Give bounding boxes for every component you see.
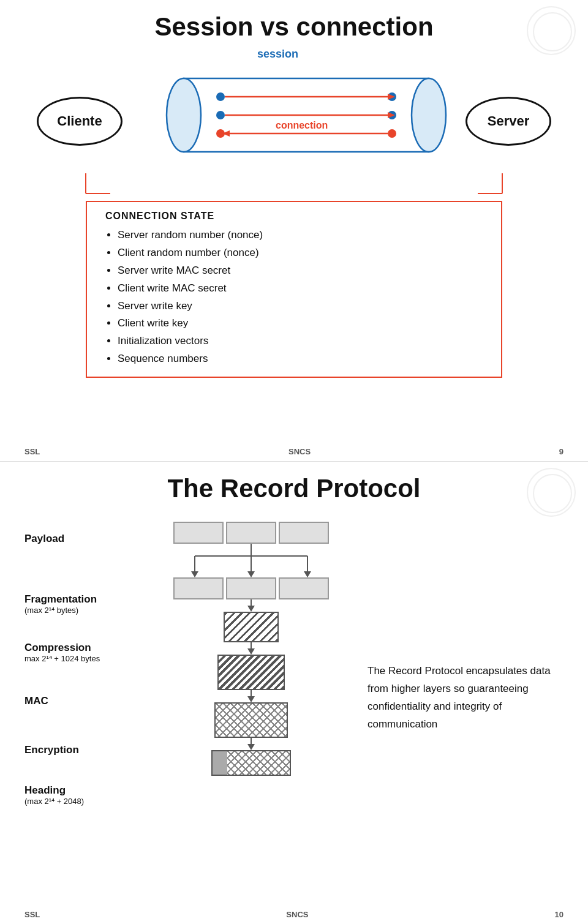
svg-text:connection: connection <box>276 120 328 130</box>
list-item: Client random number (nonce) <box>118 244 489 262</box>
list-item: Server write MAC secret <box>118 262 489 280</box>
svg-marker-25 <box>247 571 255 577</box>
payload-label-row: Payload <box>24 522 159 556</box>
arrow-enc-head <box>245 738 257 750</box>
session-diagram: session Cliente Server <box>24 48 564 195</box>
server-label: Server <box>488 113 530 129</box>
heading-label: Heading <box>24 784 159 797</box>
payload-block-2 <box>226 522 276 544</box>
heading-block <box>211 750 291 776</box>
compression-block <box>224 612 279 642</box>
record-description: The Record Protocol encapsulates data fr… <box>368 665 551 730</box>
slide-2: The Record Protocol Payload Fragmentatio… <box>0 462 588 924</box>
slide-1-title: Session vs connection <box>24 12 564 42</box>
encryption-block <box>214 702 288 738</box>
list-item: Sequence numbers <box>118 350 489 368</box>
compression-label: Compression <box>24 642 159 654</box>
svg-marker-33 <box>247 696 255 702</box>
payload-block-3 <box>279 522 329 544</box>
footer-right: 9 <box>559 447 564 456</box>
compression-label-row: Compression max 2¹⁴ + 1024 bytes <box>24 631 159 674</box>
svg-point-8 <box>388 129 396 138</box>
svg-point-5 <box>216 111 225 119</box>
list-item: Client write MAC secret <box>118 280 489 298</box>
svg-point-1 <box>167 78 201 152</box>
encryption-label: Encryption <box>24 744 79 756</box>
slide-2-footer: SSL SNCS 10 <box>0 910 588 919</box>
record-labels: Payload Fragmentation (max 2¹⁴ bytes) Co… <box>24 522 159 812</box>
cliente-label: Cliente <box>57 113 102 129</box>
slide-1-footer: SSL SNCS 9 <box>0 447 588 456</box>
svg-marker-23 <box>191 571 198 577</box>
list-item: Server write key <box>118 298 489 315</box>
heading-label-row: Heading (max 2¹⁴ + 2048) <box>24 778 159 812</box>
mac-label: MAC <box>24 695 48 707</box>
frag-block-2 <box>226 577 276 599</box>
svg-marker-29 <box>247 606 255 612</box>
cylinder-area: connection <box>159 60 453 170</box>
svg-point-3 <box>216 92 225 101</box>
frag-blocks <box>173 577 329 599</box>
server-oval: Server <box>466 97 551 146</box>
footer-right-2: 10 <box>555 910 564 919</box>
encryption-label-row: Encryption <box>24 729 159 772</box>
frag-block-3 <box>279 577 329 599</box>
mac-block <box>217 655 285 690</box>
mac-label-row: MAC <box>24 680 159 723</box>
payload-label: Payload <box>24 533 64 545</box>
svg-marker-27 <box>304 571 311 577</box>
svg-marker-31 <box>247 648 255 655</box>
list-item: Initialization vectors <box>118 332 489 350</box>
frag-block-1 <box>173 577 224 599</box>
svg-point-2 <box>412 78 446 152</box>
list-item: Client write key <box>118 315 489 332</box>
session-label: session <box>257 48 298 61</box>
compression-sub: max 2¹⁴ + 1024 bytes <box>24 654 159 663</box>
branch-arrows-svg <box>168 544 334 577</box>
cliente-oval: Cliente <box>37 97 123 146</box>
connection-state-title: CONNECTION STATE <box>105 211 489 222</box>
footer-left-2: SSL <box>24 910 40 919</box>
watermark-2 <box>527 468 576 517</box>
payload-blocks <box>173 522 329 544</box>
fragmentation-label-row: Fragmentation (max 2¹⁴ bytes) <box>24 587 159 621</box>
slide-1: Session vs connection session Cliente Se… <box>0 0 588 462</box>
fragmentation-sub: (max 2¹⁴ bytes) <box>24 606 159 615</box>
heading-block-right <box>227 751 290 775</box>
connection-state-box: CONNECTION STATE Server random number (n… <box>86 201 502 378</box>
fragmentation-label: Fragmentation <box>24 593 159 606</box>
arrow-comp-mac <box>245 642 257 655</box>
footer-center-2: SNCS <box>286 910 308 919</box>
payload-block-1 <box>173 522 224 544</box>
connection-state-list: Server random number (nonce) Client rand… <box>105 227 489 368</box>
heading-block-left <box>213 751 227 775</box>
list-item: Server random number (nonce) <box>118 227 489 244</box>
cylinder-svg: connection <box>159 60 453 170</box>
arrow-mac-enc <box>245 690 257 702</box>
record-diagram: Payload Fragmentation (max 2¹⁴ bytes) Co… <box>24 522 564 812</box>
footer-center: SNCS <box>288 447 311 456</box>
slide-2-title: The Record Protocol <box>24 474 564 503</box>
footer-left: SSL <box>24 447 40 456</box>
arrow-frag-comp <box>245 599 257 612</box>
heading-sub: (max 2¹⁴ + 2048) <box>24 797 159 806</box>
svg-marker-35 <box>247 744 255 750</box>
record-description-col: The Record Protocol encapsulates data fr… <box>343 522 564 812</box>
record-center-col <box>159 522 343 812</box>
